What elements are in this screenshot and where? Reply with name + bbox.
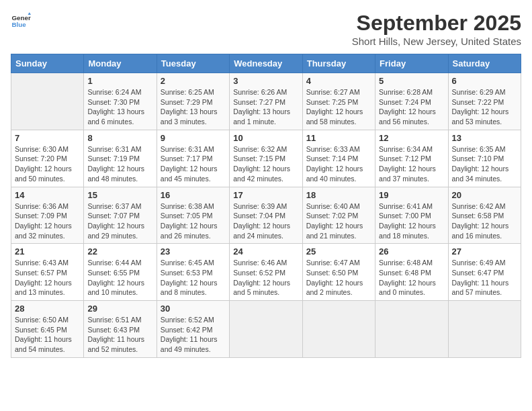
day-info: Sunrise: 6:29 AM Sunset: 7:22 PM Dayligh… [452, 87, 517, 127]
calendar-cell: 4Sunrise: 6:27 AM Sunset: 7:25 PM Daylig… [302, 73, 375, 130]
calendar-week-3: 14Sunrise: 6:36 AM Sunset: 7:09 PM Dayli… [11, 187, 521, 244]
day-number: 16 [161, 190, 226, 200]
day-number: 20 [452, 190, 517, 200]
calendar-cell: 3Sunrise: 6:26 AM Sunset: 7:27 PM Daylig… [230, 73, 302, 130]
day-number: 21 [15, 246, 80, 257]
day-number: 15 [87, 190, 152, 200]
page-header: General Blue September 2025 Short Hills,… [11, 11, 521, 47]
calendar-cell: 16Sunrise: 6:38 AM Sunset: 7:05 PM Dayli… [157, 187, 229, 244]
day-number: 8 [87, 133, 152, 143]
day-info: Sunrise: 6:38 AM Sunset: 7:05 PM Dayligh… [161, 201, 226, 241]
calendar-cell: 6Sunrise: 6:29 AM Sunset: 7:22 PM Daylig… [448, 73, 521, 130]
calendar-cell: 19Sunrise: 6:41 AM Sunset: 7:00 PM Dayli… [375, 187, 448, 244]
day-number: 27 [452, 246, 517, 257]
day-info: Sunrise: 6:31 AM Sunset: 7:17 PM Dayligh… [161, 144, 226, 184]
day-number: 28 [15, 304, 80, 314]
day-number: 4 [306, 76, 371, 86]
day-info: Sunrise: 6:50 AM Sunset: 6:45 PM Dayligh… [15, 315, 80, 355]
col-header-saturday: Saturday [448, 54, 521, 73]
calendar-cell: 24Sunrise: 6:46 AM Sunset: 6:52 PM Dayli… [230, 244, 302, 301]
day-number: 11 [306, 133, 371, 143]
day-number: 3 [233, 76, 298, 86]
day-number: 6 [452, 76, 517, 86]
day-info: Sunrise: 6:51 AM Sunset: 6:43 PM Dayligh… [87, 315, 152, 355]
calendar-cell: 14Sunrise: 6:36 AM Sunset: 7:09 PM Dayli… [11, 187, 84, 244]
day-number: 23 [161, 246, 226, 257]
day-info: Sunrise: 6:49 AM Sunset: 6:47 PM Dayligh… [452, 258, 517, 298]
col-header-friday: Friday [375, 54, 448, 73]
day-info: Sunrise: 6:45 AM Sunset: 6:53 PM Dayligh… [161, 258, 226, 298]
day-number: 14 [15, 190, 80, 200]
calendar-cell [448, 301, 521, 358]
day-info: Sunrise: 6:36 AM Sunset: 7:09 PM Dayligh… [15, 201, 80, 241]
calendar-table: SundayMondayTuesdayWednesdayThursdayFrid… [11, 54, 521, 358]
calendar-cell: 27Sunrise: 6:49 AM Sunset: 6:47 PM Dayli… [448, 244, 521, 301]
calendar-cell [11, 73, 84, 130]
day-info: Sunrise: 6:44 AM Sunset: 6:55 PM Dayligh… [87, 258, 152, 298]
calendar-cell: 5Sunrise: 6:28 AM Sunset: 7:24 PM Daylig… [375, 73, 448, 130]
calendar-cell: 20Sunrise: 6:42 AM Sunset: 6:58 PM Dayli… [448, 187, 521, 244]
calendar-cell: 28Sunrise: 6:50 AM Sunset: 6:45 PM Dayli… [11, 301, 84, 358]
calendar-cell [375, 301, 448, 358]
calendar-cell: 21Sunrise: 6:43 AM Sunset: 6:57 PM Dayli… [11, 244, 84, 301]
calendar-week-2: 7Sunrise: 6:30 AM Sunset: 7:20 PM Daylig… [11, 130, 521, 187]
logo-icon: General Blue [11, 11, 31, 31]
calendar-cell: 8Sunrise: 6:31 AM Sunset: 7:19 PM Daylig… [84, 130, 157, 187]
day-info: Sunrise: 6:27 AM Sunset: 7:25 PM Dayligh… [306, 87, 371, 127]
calendar-cell: 30Sunrise: 6:52 AM Sunset: 6:42 PM Dayli… [157, 301, 229, 358]
day-number: 9 [161, 133, 226, 143]
day-info: Sunrise: 6:30 AM Sunset: 7:20 PM Dayligh… [15, 144, 80, 184]
col-header-thursday: Thursday [302, 54, 375, 73]
day-info: Sunrise: 6:32 AM Sunset: 7:15 PM Dayligh… [233, 144, 298, 184]
day-number: 25 [306, 246, 371, 257]
calendar-cell: 22Sunrise: 6:44 AM Sunset: 6:55 PM Dayli… [84, 244, 157, 301]
calendar-cell: 12Sunrise: 6:34 AM Sunset: 7:12 PM Dayli… [375, 130, 448, 187]
day-number: 19 [379, 190, 444, 200]
day-number: 18 [306, 190, 371, 200]
calendar-cell: 7Sunrise: 6:30 AM Sunset: 7:20 PM Daylig… [11, 130, 84, 187]
calendar-cell: 18Sunrise: 6:40 AM Sunset: 7:02 PM Dayli… [302, 187, 375, 244]
title-block: September 2025 Short Hills, New Jersey, … [352, 11, 521, 47]
day-info: Sunrise: 6:25 AM Sunset: 7:29 PM Dayligh… [161, 87, 226, 127]
day-number: 5 [379, 76, 444, 86]
calendar-cell: 15Sunrise: 6:37 AM Sunset: 7:07 PM Dayli… [84, 187, 157, 244]
day-info: Sunrise: 6:40 AM Sunset: 7:02 PM Dayligh… [306, 201, 371, 241]
location-title: Short Hills, New Jersey, United States [352, 36, 521, 47]
day-info: Sunrise: 6:43 AM Sunset: 6:57 PM Dayligh… [15, 258, 80, 298]
day-info: Sunrise: 6:39 AM Sunset: 7:04 PM Dayligh… [233, 201, 298, 241]
day-info: Sunrise: 6:47 AM Sunset: 6:50 PM Dayligh… [306, 258, 371, 298]
calendar-header-row: SundayMondayTuesdayWednesdayThursdayFrid… [11, 54, 521, 73]
day-number: 29 [87, 304, 152, 314]
logo: General Blue [11, 11, 31, 31]
day-info: Sunrise: 6:34 AM Sunset: 7:12 PM Dayligh… [379, 144, 444, 184]
day-info: Sunrise: 6:42 AM Sunset: 6:58 PM Dayligh… [452, 201, 517, 241]
day-number: 10 [233, 133, 298, 143]
calendar-week-4: 21Sunrise: 6:43 AM Sunset: 6:57 PM Dayli… [11, 244, 521, 301]
day-number: 1 [87, 76, 152, 86]
day-number: 12 [379, 133, 444, 143]
calendar-week-5: 28Sunrise: 6:50 AM Sunset: 6:45 PM Dayli… [11, 301, 521, 358]
day-number: 22 [87, 246, 152, 257]
calendar-cell: 1Sunrise: 6:24 AM Sunset: 7:30 PM Daylig… [84, 73, 157, 130]
calendar-week-1: 1Sunrise: 6:24 AM Sunset: 7:30 PM Daylig… [11, 73, 521, 130]
day-info: Sunrise: 6:31 AM Sunset: 7:19 PM Dayligh… [87, 144, 152, 184]
day-number: 2 [161, 76, 226, 86]
day-info: Sunrise: 6:41 AM Sunset: 7:00 PM Dayligh… [379, 201, 444, 241]
calendar-cell: 17Sunrise: 6:39 AM Sunset: 7:04 PM Dayli… [230, 187, 302, 244]
day-info: Sunrise: 6:33 AM Sunset: 7:14 PM Dayligh… [306, 144, 371, 184]
col-header-monday: Monday [84, 54, 157, 73]
svg-text:General: General [12, 14, 32, 21]
day-number: 17 [233, 190, 298, 200]
calendar-cell: 26Sunrise: 6:48 AM Sunset: 6:48 PM Dayli… [375, 244, 448, 301]
day-number: 7 [15, 133, 80, 143]
day-info: Sunrise: 6:46 AM Sunset: 6:52 PM Dayligh… [233, 258, 298, 298]
calendar-cell: 9Sunrise: 6:31 AM Sunset: 7:17 PM Daylig… [157, 130, 229, 187]
calendar-cell: 2Sunrise: 6:25 AM Sunset: 7:29 PM Daylig… [157, 73, 229, 130]
calendar-cell: 11Sunrise: 6:33 AM Sunset: 7:14 PM Dayli… [302, 130, 375, 187]
calendar-cell: 29Sunrise: 6:51 AM Sunset: 6:43 PM Dayli… [84, 301, 157, 358]
day-info: Sunrise: 6:26 AM Sunset: 7:27 PM Dayligh… [233, 87, 298, 127]
calendar-cell: 25Sunrise: 6:47 AM Sunset: 6:50 PM Dayli… [302, 244, 375, 301]
day-number: 30 [161, 304, 226, 314]
calendar-cell [230, 301, 302, 358]
calendar-cell [302, 301, 375, 358]
